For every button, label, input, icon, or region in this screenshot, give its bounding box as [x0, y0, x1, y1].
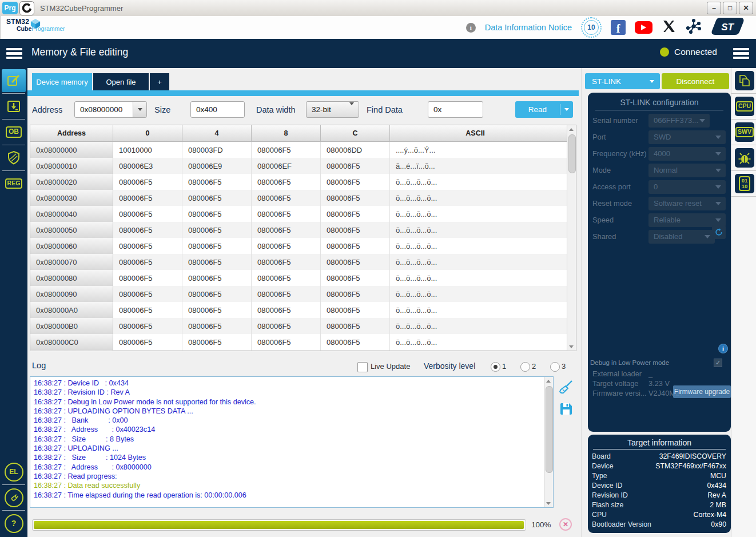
memory-value-cell[interactable]: 080006F5	[321, 270, 390, 286]
memory-value-cell[interactable]: 080006F5	[321, 174, 390, 190]
memory-value-cell[interactable]: 080006F5	[113, 190, 182, 206]
memory-value-cell[interactable]: 080006F5	[182, 238, 252, 254]
tab-add[interactable]: +	[150, 73, 169, 90]
memory-value-cell[interactable]: 080006F5	[113, 174, 182, 190]
memory-value-cell[interactable]: 080006F5	[252, 206, 321, 222]
settings-hamburger-icon[interactable]	[733, 48, 749, 59]
menu-hamburger-icon[interactable]	[6, 48, 22, 59]
memory-value-cell[interactable]: 080006F5	[321, 334, 390, 350]
sidebar-item-memory-file-editing[interactable]	[2, 69, 26, 92]
tab-device-memory[interactable]: Device memory	[32, 73, 92, 90]
maximize-button[interactable]: □	[723, 2, 737, 14]
sidebar-item-help[interactable]: ?	[2, 512, 26, 535]
table-row[interactable]: 0x08000020080006F5080006F5080006F5080006…	[30, 174, 576, 190]
sidebar-item-erasing-programming[interactable]	[2, 95, 26, 118]
scrollbar-thumb[interactable]	[568, 134, 576, 173]
memory-value-cell[interactable]: 080006F5	[182, 190, 252, 206]
memory-value-cell[interactable]: 080006E3	[113, 158, 182, 174]
log-panel[interactable]: 16:38:27 : Device ID : 0x43416:38:27 : R…	[30, 376, 554, 508]
memory-value-cell[interactable]: 080006F5	[113, 238, 182, 254]
memory-value-cell[interactable]: 080006F5	[182, 286, 252, 302]
chevron-down-icon[interactable]	[133, 102, 146, 117]
column-header-4[interactable]: 4	[182, 125, 252, 141]
config-field-dropdown[interactable]: 0	[648, 180, 726, 194]
table-row[interactable]: 0x08000080080006F5080006F5080006F5080006…	[30, 270, 576, 286]
memory-value-cell[interactable]: 080006F5	[252, 254, 321, 270]
memory-value-cell[interactable]: 10010000	[113, 142, 182, 158]
config-field-dropdown[interactable]: Normal	[648, 164, 726, 177]
memory-value-cell[interactable]: 080006F5	[182, 174, 252, 190]
memory-value-cell[interactable]: 080006F5	[252, 270, 321, 286]
data-information-notice-link[interactable]: Data Information Notice	[485, 23, 572, 32]
config-field-dropdown[interactable]: SWD	[648, 130, 726, 144]
memory-value-cell[interactable]: 080006F5	[252, 286, 321, 302]
community-icon[interactable]	[686, 18, 702, 37]
read-button[interactable]: Read	[515, 101, 573, 118]
memory-value-cell[interactable]: 080006F5	[182, 270, 252, 286]
column-header-c[interactable]: C	[321, 125, 390, 141]
probe-select[interactable]: ST-LINK	[585, 73, 660, 89]
table-row[interactable]: 0x080000C0080006F5080006F5080006F5080006…	[30, 334, 576, 350]
column-header-8[interactable]: 8	[252, 125, 321, 141]
memory-value-cell[interactable]: 080006F5	[321, 302, 390, 318]
chevron-down-icon[interactable]	[560, 108, 573, 111]
table-row[interactable]: 0x08000030080006F5080006F5080006F5080006…	[30, 190, 576, 206]
size-input[interactable]: 0x400	[190, 101, 245, 118]
scroll-down-icon[interactable]	[544, 499, 552, 507]
memory-value-cell[interactable]: 080006F5	[252, 142, 321, 158]
column-header-ascii[interactable]: ASCII	[390, 125, 560, 141]
table-row[interactable]: 0x0800000010010000080003FD080006F5080006…	[30, 142, 576, 158]
memory-value-cell[interactable]: 080006F5	[252, 302, 321, 318]
tab-open-file[interactable]: Open file	[93, 73, 149, 90]
memory-value-cell[interactable]: 080006F5	[252, 222, 321, 238]
facebook-icon[interactable]: f	[611, 20, 626, 35]
shared-info-icon[interactable]: i	[718, 344, 728, 353]
memory-value-cell[interactable]: 080006F5	[321, 158, 390, 174]
memory-value-cell[interactable]: 080006F5	[113, 334, 182, 350]
close-button[interactable]: ✕	[739, 2, 753, 14]
verbosity-radio-3[interactable]	[550, 362, 560, 372]
verbosity-radio-2[interactable]	[520, 362, 530, 372]
config-field-dropdown[interactable]: Reliable	[648, 213, 726, 227]
table-row[interactable]: 0x08000060080006F5080006F5080006F5080006…	[30, 238, 576, 254]
youtube-icon[interactable]	[635, 21, 652, 34]
address-combobox[interactable]: 0x08000000	[74, 101, 147, 118]
table-row[interactable]: 0x08000050080006F5080006F5080006F5080006…	[30, 222, 576, 238]
toolbar-binary-view-button[interactable]: 01 10	[735, 174, 754, 193]
log-scrollbar[interactable]	[544, 377, 553, 507]
toolbar-cpu-button[interactable]: CPU	[735, 97, 754, 116]
memory-value-cell[interactable]: 080006F5	[113, 206, 182, 222]
config-field-dropdown[interactable]: 066FFF373...	[648, 114, 710, 128]
verbosity-radio-1[interactable]	[491, 362, 500, 372]
memory-value-cell[interactable]: 080006EF	[252, 158, 321, 174]
column-header-address[interactable]: Address	[30, 125, 113, 141]
memory-value-cell[interactable]: 080006F5	[252, 334, 321, 350]
scrollbar-thumb[interactable]	[546, 386, 553, 473]
config-field-dropdown[interactable]: Disabled	[648, 230, 715, 244]
memory-value-cell[interactable]: 080006F5	[252, 318, 321, 334]
save-log-icon[interactable]	[558, 401, 574, 417]
debug-low-power-checkbox[interactable]: ✓	[714, 359, 722, 367]
sidebar-item-register-viewer[interactable]: REG	[2, 172, 26, 195]
memory-value-cell[interactable]: 080006F5	[321, 238, 390, 254]
table-row[interactable]: 0x08000070080006F5080006F5080006F5080006…	[30, 254, 576, 270]
sidebar-item-external-loaders[interactable]: EL	[2, 460, 26, 483]
memory-value-cell[interactable]: 080006F5	[252, 190, 321, 206]
memory-value-cell[interactable]: 080006F5	[252, 174, 321, 190]
sidebar-item-option-bytes[interactable]: OB	[2, 121, 26, 144]
memory-value-cell[interactable]: 080003FD	[182, 142, 252, 158]
memory-value-cell[interactable]: 080006F5	[321, 318, 390, 334]
memory-value-cell[interactable]: 080006F5	[182, 254, 252, 270]
find-data-input[interactable]: 0x	[428, 101, 483, 118]
memory-value-cell[interactable]: 080006F5	[321, 254, 390, 270]
memory-value-cell[interactable]: 080006F5	[321, 222, 390, 238]
toolbar-compare-files-button[interactable]	[735, 71, 754, 90]
memory-value-cell[interactable]: 080006F5	[321, 206, 390, 222]
sidebar-item-stlink-firmware[interactable]	[2, 486, 26, 509]
scroll-up-icon[interactable]	[567, 125, 575, 133]
firmware-upgrade-button[interactable]: Firmware upgrade	[673, 385, 731, 398]
table-row[interactable]: 0x08000090080006F5080006F5080006F5080006…	[30, 286, 576, 302]
toolbar-debug-button[interactable]	[735, 148, 754, 168]
clear-log-broom-icon[interactable]	[558, 379, 574, 395]
memory-value-cell[interactable]: 080006F5	[113, 270, 182, 286]
